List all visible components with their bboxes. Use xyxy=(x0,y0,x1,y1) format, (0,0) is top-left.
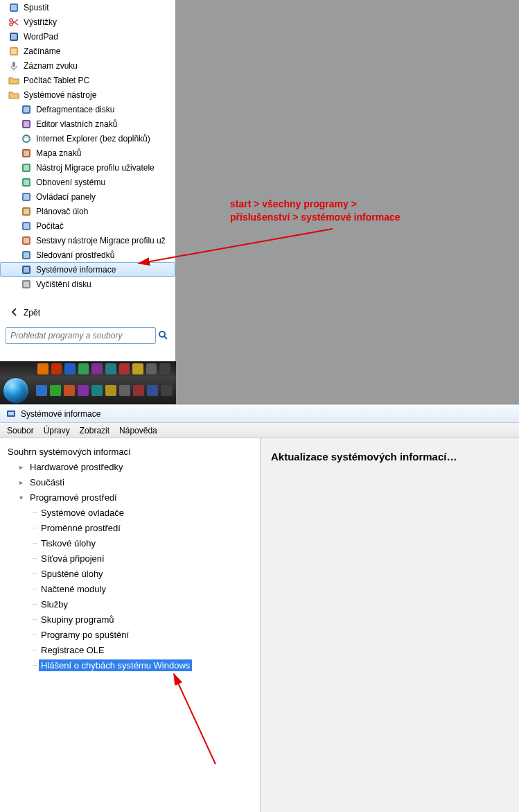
start-menu-item[interactable]: Počítač Tablet PC xyxy=(0,73,175,87)
restore-icon xyxy=(21,177,32,188)
tree-node-env-child[interactable]: ┄Systémové ovladače xyxy=(4,505,256,520)
start-menu-item[interactable]: Systémové nástroje xyxy=(0,87,175,102)
window-client-area: Souhrn systémových informací▸Hardwarové … xyxy=(0,438,519,812)
tree-node-env-child[interactable]: ┄Proměnné prostředí xyxy=(4,520,256,535)
menu-file[interactable]: Soubor xyxy=(7,426,34,435)
tree-root[interactable]: Souhrn systémových informací xyxy=(4,444,256,459)
tray-app-icon[interactable] xyxy=(159,363,170,374)
start-menu-item[interactable]: Sledování prostředků xyxy=(0,248,175,262)
start-menu-item[interactable]: Internet Explorer (bez doplňků) xyxy=(0,131,175,146)
menu-edit[interactable]: Úpravy xyxy=(44,426,70,435)
taskbar-app-icon[interactable] xyxy=(36,385,47,396)
tree-node-label: Registrace OLE xyxy=(39,644,107,656)
tray-app-icon[interactable] xyxy=(105,363,116,374)
start-menu-item-label: Počítač Tablet PC xyxy=(24,76,89,85)
start-menu-item[interactable]: Spustit xyxy=(0,0,175,15)
tree-node-hardware[interactable]: ▸Hardwarové prostředky xyxy=(4,459,256,474)
tree-connector-icon: ┄ xyxy=(32,616,37,623)
expand-icon[interactable]: ▸ xyxy=(17,478,25,486)
start-menu-item[interactable]: Výstřižky xyxy=(0,15,175,29)
start-menu-item[interactable]: Mapa znaků xyxy=(0,146,175,160)
tree-node-label: Programy po spuštění xyxy=(39,629,131,641)
tree-node-components[interactable]: ▸Součásti xyxy=(4,474,256,490)
taskbar-app-icon[interactable] xyxy=(133,385,144,396)
start-menu-item[interactable]: Nástroj Migrace profilu uživatele xyxy=(0,160,175,175)
tree-node-label: Spuštěné úlohy xyxy=(39,568,105,580)
svg-rect-24 xyxy=(24,194,29,200)
svg-rect-7 xyxy=(11,34,17,40)
svg-line-38 xyxy=(164,336,167,339)
taskbar-app-icon[interactable] xyxy=(105,385,116,396)
report-icon xyxy=(21,235,32,246)
tree-node-label: Síťová připojení xyxy=(39,553,107,564)
flag-icon xyxy=(8,46,19,57)
start-menu-item-label: Záznam zvuku xyxy=(24,61,78,71)
tree-node-label: Načtené moduly xyxy=(39,583,108,595)
start-menu-item[interactable]: WordPad xyxy=(0,29,175,44)
tree-node-env-child[interactable]: ┄Tiskové úlohy xyxy=(4,535,256,551)
start-menu-item-label: Nástroj Migrace profilu uživatele xyxy=(36,163,155,173)
tray-app-icon[interactable] xyxy=(91,363,103,374)
annotation-line-1: start > všechny programy > xyxy=(230,198,401,211)
tree-node-env-child[interactable]: ┄Hlášení o chybách systému Windows xyxy=(4,657,256,673)
start-menu-item-label: Počítač xyxy=(36,221,64,231)
tray-app-icon[interactable] xyxy=(146,363,157,374)
start-menu-item[interactable]: Plánovač úloh xyxy=(0,204,175,218)
mic-icon xyxy=(8,60,19,71)
expand-icon[interactable]: ▸ xyxy=(17,463,25,471)
start-menu-item-label: Systémové nástroje xyxy=(24,90,96,100)
taskbar-app-icon[interactable] xyxy=(64,385,75,396)
taskbar-app-icon[interactable] xyxy=(161,385,172,396)
scheduler-icon xyxy=(21,206,32,217)
tray-app-icon[interactable] xyxy=(37,363,49,374)
menu-help[interactable]: Nápověda xyxy=(119,426,157,435)
taskbar-app-icon[interactable] xyxy=(78,385,89,396)
start-menu-item[interactable]: Sestavy nástroje Migrace profilu už xyxy=(0,233,175,248)
taskbar-app-icon[interactable] xyxy=(50,385,61,396)
tree-node-env-child[interactable]: ┄Spuštěné úlohy xyxy=(4,566,256,581)
tray-app-icon[interactable] xyxy=(78,363,89,374)
tray-app-icon[interactable] xyxy=(132,363,143,374)
start-menu-item-label: Obnovení systému xyxy=(36,178,105,187)
start-menu-item[interactable]: Začínáme xyxy=(0,44,175,58)
start-button[interactable] xyxy=(3,377,29,404)
start-menu-item-label: Začínáme xyxy=(24,46,60,56)
tray-app-icon[interactable] xyxy=(119,363,130,374)
start-menu-item[interactable]: Defragmentace disku xyxy=(0,102,175,116)
control-panel-icon xyxy=(21,191,32,202)
start-menu-panel: SpustitVýstřižkyWordPadZačínámeZáznam zv… xyxy=(0,0,176,404)
start-menu-item[interactable]: Záznam zvuku xyxy=(0,58,175,73)
tree-node-software-env[interactable]: ▾Programové prostředí xyxy=(4,490,256,505)
taskbar-app-icon[interactable] xyxy=(91,385,103,396)
annotation-line-2: příslušenství > systémové informace xyxy=(230,211,401,224)
tree-node-env-child[interactable]: ┄Načtené moduly xyxy=(4,581,256,596)
menu-bar: Soubor Úpravy Zobrazit Nápověda xyxy=(0,423,519,438)
start-menu-item[interactable]: Vyčištění disku xyxy=(0,277,175,291)
tree-node-label: Hlášení o chybách systému Windows xyxy=(39,659,192,671)
tree-node-label: Služby xyxy=(39,598,70,610)
tree-connector-icon: ┄ xyxy=(32,509,37,517)
svg-point-2 xyxy=(10,23,12,26)
tray-app-icon[interactable] xyxy=(51,363,62,374)
tree-node-env-child[interactable]: ┄Skupiny programů xyxy=(4,612,256,627)
taskbar-app-icon[interactable] xyxy=(119,385,130,396)
tree-node-env-child[interactable]: ┄Programy po spuštění xyxy=(4,627,256,642)
collapse-icon[interactable]: ▾ xyxy=(17,493,25,501)
taskbar xyxy=(0,377,176,404)
content-heading: Aktualizace systémových informací… xyxy=(271,451,509,463)
ie-icon xyxy=(21,133,32,144)
start-menu-item[interactable]: Editor vlastních znaků xyxy=(0,116,175,131)
start-menu-item[interactable]: Počítač xyxy=(0,218,175,233)
start-menu-back-button[interactable]: Zpět xyxy=(0,304,175,322)
search-input[interactable] xyxy=(6,327,156,344)
tree-node-env-child[interactable]: ┄Registrace OLE xyxy=(4,642,256,657)
tree-node-env-child[interactable]: ┄Síťová připojení xyxy=(4,551,256,566)
tray-app-icon[interactable] xyxy=(64,363,76,374)
start-menu-item[interactable]: Ovládací panely xyxy=(0,189,175,204)
menu-view[interactable]: Zobrazit xyxy=(80,426,109,435)
start-menu-item[interactable]: Obnovení systému xyxy=(0,175,175,189)
tree-node-env-child[interactable]: ┄Služby xyxy=(4,596,256,612)
svg-rect-9 xyxy=(11,49,17,54)
taskbar-app-icon[interactable] xyxy=(147,385,158,396)
start-menu-item[interactable]: Systémové informace xyxy=(0,262,175,277)
